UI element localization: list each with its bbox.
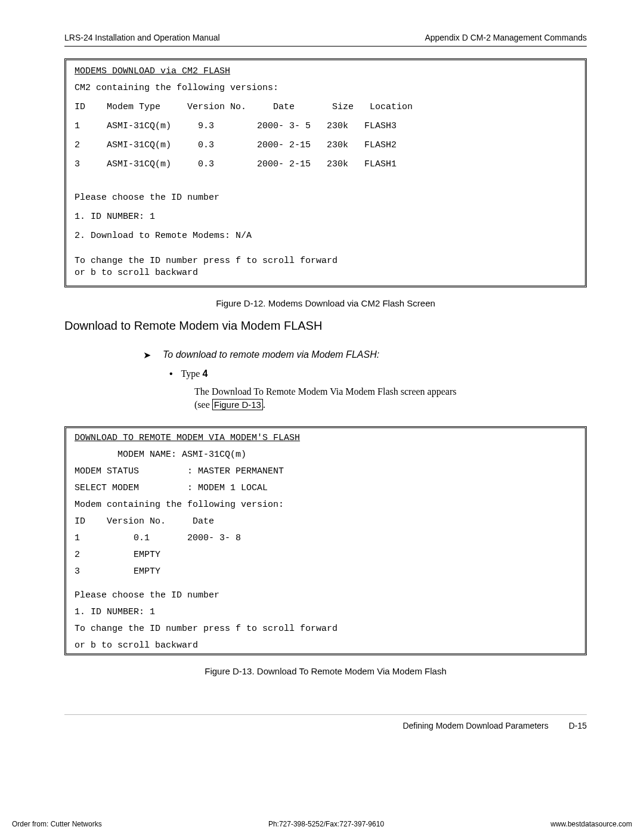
instruction-block: ➤ To download to remote modem via Modem … bbox=[143, 349, 587, 411]
screen1-subtitle: CM2 containing the following versions: bbox=[75, 83, 577, 94]
table-row: 2 ASMI-31CQ(m) 0.3 2000- 2-15 230k FLASH… bbox=[75, 140, 577, 151]
header-right: Appendix D CM-2 Management Commands bbox=[425, 33, 587, 42]
figure-link-d13[interactable]: Figure D-13 bbox=[212, 399, 263, 410]
screen1-columns: ID Modem Type Version No. Date Size Loca… bbox=[75, 102, 577, 113]
page-footer: Defining Modem Download Parameters D-15 bbox=[64, 714, 587, 730]
screen2-prompt: Please choose the ID number bbox=[75, 590, 577, 601]
screen2-modem-name: MODEM NAME: ASMI-31CQ(m) bbox=[75, 450, 577, 460]
instruction-result: The Download To Remote Modem Via Modem F… bbox=[194, 385, 551, 411]
screen2-help1: To change the ID number press f to scrol… bbox=[75, 624, 577, 634]
screen2-help2: or b to scroll backward bbox=[75, 640, 577, 651]
footer-right: www.bestdatasource.com bbox=[550, 820, 632, 828]
result-line1: The Download To Remote Modem Via Modem F… bbox=[194, 386, 456, 397]
page-number: D-15 bbox=[569, 721, 587, 730]
figure-caption-d13: Figure D-13. Download To Remote Modem Vi… bbox=[64, 666, 587, 676]
bullet-icon: • bbox=[169, 368, 173, 379]
type-label: Type bbox=[181, 368, 203, 379]
screen2-columns: ID Version No. Date bbox=[75, 516, 577, 527]
result-line2b: . bbox=[263, 400, 265, 410]
footer-text: Defining Modem Download Parameters bbox=[402, 721, 548, 730]
page-header: LRS-24 Installation and Operation Manual… bbox=[64, 33, 587, 47]
screen1-option2: 2. Download to Remote Modems: N/A bbox=[75, 231, 577, 241]
screen1-title: MODEMS DOWNLOAD via CM2 FLASH bbox=[75, 66, 577, 77]
terminal-screen-cm2-flash: MODEMS DOWNLOAD via CM2 FLASH CM2 contai… bbox=[64, 58, 587, 287]
result-line2a: (see bbox=[194, 400, 212, 410]
figure-caption-d12: Figure D-12. Modems Download via CM2 Fla… bbox=[64, 298, 587, 308]
table-row: 3 ASMI-31CQ(m) 0.3 2000- 2-15 230k FLASH… bbox=[75, 159, 577, 170]
screen1-help1: To change the ID number press f to scrol… bbox=[75, 256, 577, 267]
screen2-title: DOWNLOAD TO REMOTE MODEM VIA MODEM'S FLA… bbox=[75, 433, 577, 444]
table-row: 1 ASMI-31CQ(m) 9.3 2000- 3- 5 230k FLASH… bbox=[75, 121, 577, 132]
screen1-prompt: Please choose the ID number bbox=[75, 193, 577, 203]
screen2-select: SELECT MODEM : MODEM 1 LOCAL bbox=[75, 483, 577, 494]
terminal-screen-modem-flash: DOWNLOAD TO REMOTE MODEM VIA MODEM'S FLA… bbox=[64, 426, 587, 655]
table-row: 1 0.1 2000- 3- 8 bbox=[75, 533, 577, 544]
screen1-option1: 1. ID NUMBER: 1 bbox=[75, 212, 577, 222]
table-row: 2 EMPTY bbox=[75, 550, 577, 561]
arrow-icon: ➤ bbox=[143, 349, 151, 360]
footer-left: Order from: Cutter Networks bbox=[12, 820, 102, 828]
instruction-step: Type 4 bbox=[181, 368, 208, 379]
type-key: 4 bbox=[202, 368, 208, 379]
document-footer: Order from: Cutter Networks Ph:727-398-5… bbox=[0, 820, 644, 828]
table-row: 3 EMPTY bbox=[75, 566, 577, 577]
instruction-lead: To download to remote modem via Modem FL… bbox=[163, 349, 379, 360]
screen2-subtitle: Modem containing the following version: bbox=[75, 500, 577, 510]
screen2-option1: 1. ID NUMBER: 1 bbox=[75, 607, 577, 618]
screen2-status: MODEM STATUS : MASTER PERMANENT bbox=[75, 466, 577, 477]
footer-mid: Ph:727-398-5252/Fax:727-397-9610 bbox=[268, 820, 384, 828]
section-heading: Download to Remote Modem via Modem FLASH bbox=[64, 319, 587, 333]
header-left: LRS-24 Installation and Operation Manual bbox=[64, 33, 220, 42]
screen1-help2: or b to scroll backward bbox=[75, 268, 577, 278]
